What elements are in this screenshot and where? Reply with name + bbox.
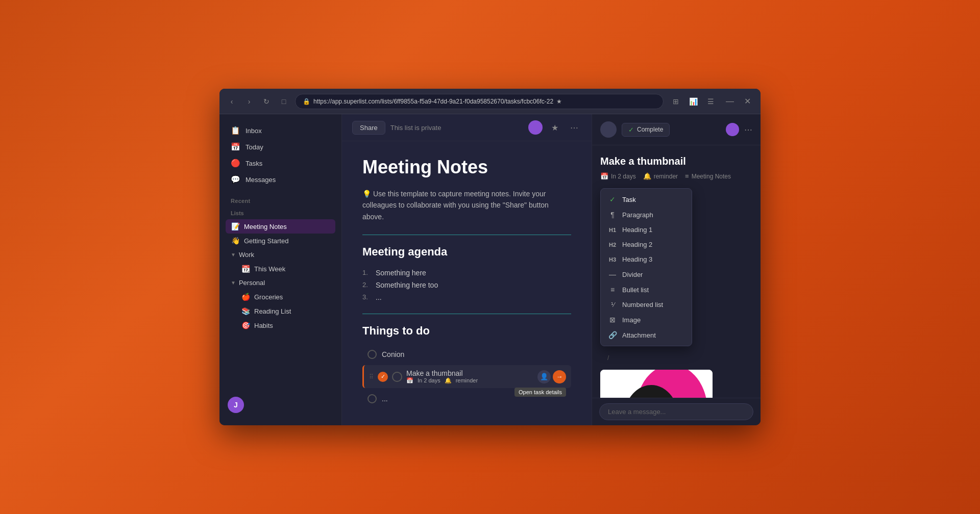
menu-item-task[interactable]: ✓ Task <box>601 192 692 207</box>
meta-list-name-label: Meeting Notes <box>692 173 731 180</box>
detail-more-button[interactable]: ⋯ <box>744 125 752 135</box>
task-conion[interactable]: Conion <box>362 346 571 363</box>
list-item-this-week-label: This Week <box>254 265 285 273</box>
menu-item-h1-label: Heading 1 <box>622 226 652 234</box>
minimize-button[interactable]: — <box>723 94 737 109</box>
close-button[interactable]: ✕ <box>740 94 754 109</box>
stats-button[interactable]: 📊 <box>686 94 700 109</box>
share-button[interactable]: Share <box>352 121 385 135</box>
active-task-content: Make a thumbnail 📅 In 2 days 🔔 reminder <box>406 369 533 384</box>
active-task-row[interactable]: ⠿ ✓ Make a thumbnail 📅 In 2 days 🔔 remin… <box>362 365 571 388</box>
list-item-getting-started-label: Getting Started <box>244 237 288 245</box>
inbox-icon: 📋 <box>231 126 240 135</box>
menu-item-attachment[interactable]: 🔗 Attachment <box>601 327 692 343</box>
grid-view-button[interactable]: ⊞ <box>669 94 683 109</box>
h3-icon: H3 <box>608 256 617 263</box>
menu-item-numbered[interactable]: ⅟ Numbered list <box>601 297 692 312</box>
list-item-reading-list[interactable]: 📚 Reading List <box>236 304 335 318</box>
menu-item-h1[interactable]: H1 Heading 1 <box>601 222 692 237</box>
sidebar-item-tasks[interactable]: 🔴 Tasks <box>226 155 335 171</box>
folder-work-label: Work <box>239 251 254 259</box>
list-item-this-week[interactable]: 📆 This Week <box>236 262 335 276</box>
task-meta: 📅 In 2 days 🔔 reminder <box>406 377 533 384</box>
user-avatar[interactable]: J <box>228 397 244 413</box>
meta-reminder-icon: 🔔 <box>643 172 651 180</box>
list-item-meeting-notes-label: Meeting Notes <box>244 223 287 230</box>
forward-button[interactable]: › <box>243 95 255 108</box>
divider-2 <box>362 314 571 314</box>
list-item-meeting-notes[interactable]: 📝 Meeting Notes <box>226 219 335 234</box>
recent-label: Recent <box>219 196 341 206</box>
menu-button[interactable]: ☰ <box>703 94 718 109</box>
sidebar-item-today[interactable]: 📅 Today <box>226 139 335 155</box>
complete-button[interactable]: ✓ Complete <box>622 123 670 137</box>
agenda-num-2: 2. <box>362 281 371 289</box>
menu-item-image[interactable]: ⊠ Image <box>601 312 692 327</box>
note-toolbar: Share This list is private ★ ⋯ <box>342 114 592 141</box>
menu-item-h3[interactable]: H3 Heading 3 <box>601 252 692 267</box>
task-conion-label: Conion <box>382 350 404 358</box>
star-button[interactable]: ★ <box>548 120 562 135</box>
menu-item-bullet-label: Bullet list <box>622 286 649 294</box>
private-label: This list is private <box>390 124 442 132</box>
task-make-thumbnail-checkbox[interactable] <box>392 372 402 382</box>
menu-item-bullet[interactable]: ≡ Bullet list <box>601 282 692 297</box>
list-item-getting-started[interactable]: 👋 Getting Started <box>226 234 335 248</box>
section-meeting-agenda: Meeting agenda <box>362 245 571 259</box>
thumbnail-img <box>600 370 713 398</box>
list-item-reading-list-label: Reading List <box>254 307 291 315</box>
task-extra-label: ... <box>382 395 388 403</box>
sidebar-footer: J <box>219 393 341 417</box>
message-input[interactable] <box>599 403 753 420</box>
list-item-groceries[interactable]: 🍎 Groceries <box>236 290 335 304</box>
folder-work[interactable]: ▼ Work <box>226 248 335 262</box>
detail-user-avatar[interactable] <box>726 123 739 136</box>
agenda-text-3: ... <box>376 293 382 301</box>
note-body: Meeting Notes 💡 Use this template to cap… <box>342 141 592 425</box>
sidebar-item-inbox[interactable]: 📋 Inbox <box>226 122 335 139</box>
sidebar-item-messages[interactable]: 💬 Messages <box>226 171 335 188</box>
list-item-habits[interactable]: 🎯 Habits <box>236 318 335 332</box>
lists-label: Lists <box>226 208 335 218</box>
task-detail-meta: 📅 In 2 days 🔔 reminder ≡ Meeting Notes <box>600 172 752 180</box>
note-toolbar-avatar[interactable] <box>528 120 543 135</box>
url-text: https://app.superlist.com/lists/6ff9855a… <box>313 98 553 105</box>
task-action-btns: 👤 → Open task details <box>537 370 566 383</box>
task-done-check[interactable]: ✓ <box>378 372 388 382</box>
work-chevron-icon: ▼ <box>231 252 236 258</box>
complete-check-icon: ✓ <box>628 126 634 134</box>
agenda-item-2: 2. Something here too <box>362 279 571 291</box>
image-icon: ⊠ <box>608 316 617 324</box>
task-check-icon: ✓ <box>608 195 617 203</box>
back-button[interactable]: ‹ <box>226 95 238 108</box>
task-assign-button[interactable]: 👤 <box>537 370 551 383</box>
new-tab-button[interactable]: □ <box>278 95 290 108</box>
open-task-button[interactable]: → <box>553 370 566 383</box>
this-week-icon: 📆 <box>241 265 250 273</box>
menu-item-h2[interactable]: H2 Heading 2 <box>601 237 692 252</box>
menu-item-numbered-label: Numbered list <box>622 301 663 309</box>
meta-reminder: 🔔 reminder <box>643 172 678 180</box>
folder-personal[interactable]: ▼ Personal <box>226 276 335 290</box>
task-conion-checkbox[interactable] <box>368 350 377 359</box>
menu-item-attachment-label: Attachment <box>622 331 656 339</box>
menu-item-image-label: Image <box>622 316 641 324</box>
main-content: Share This list is private ★ ⋯ Meeting N… <box>342 114 761 425</box>
reading-list-icon: 📚 <box>241 307 250 315</box>
menu-item-task-label: Task <box>622 196 636 203</box>
menu-item-divider[interactable]: — Divider <box>601 267 692 282</box>
h2-icon: H2 <box>608 242 617 248</box>
task-extra-checkbox[interactable] <box>368 394 377 403</box>
task-reminder: reminder <box>456 377 478 384</box>
menu-item-paragraph[interactable]: ¶ Paragraph <box>601 207 692 222</box>
list-item-groceries-label: Groceries <box>254 293 283 301</box>
address-bar[interactable]: 🔒 https://app.superlist.com/lists/6ff985… <box>295 94 664 109</box>
tasks-icon: 🔴 <box>231 159 240 168</box>
attachment-icon: 🔗 <box>608 331 617 339</box>
meta-in-days: 📅 In 2 days <box>600 172 636 180</box>
getting-started-icon: 👋 <box>231 237 240 245</box>
reload-button[interactable]: ↻ <box>260 95 273 108</box>
more-options-button[interactable]: ⋯ <box>567 120 581 135</box>
drag-handle-icon[interactable]: ⠿ <box>369 373 374 380</box>
sidebar-item-tasks-label: Tasks <box>246 160 262 167</box>
